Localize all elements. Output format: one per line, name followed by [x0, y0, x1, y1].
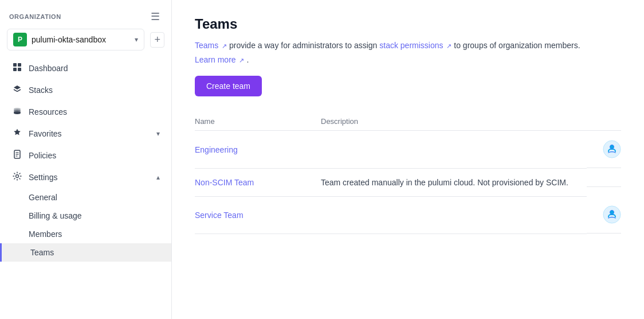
- team-name-cell: Non-SCIM Team: [195, 168, 321, 196]
- favorites-icon: [11, 128, 23, 139]
- sidebar-nav: Dashboard Stacks Resources Favorites ▾: [0, 57, 171, 319]
- col-header-name: Name: [195, 112, 321, 131]
- learn-more-external-icon: ↗: [239, 57, 244, 64]
- sidebar-item-stacks[interactable]: Stacks: [0, 79, 171, 101]
- sidebar-sub-item-billing-label: Billing & usage: [29, 211, 82, 220]
- settings-icon: [11, 172, 23, 183]
- svg-rect-0: [13, 63, 17, 67]
- table-row: Service Team: [195, 196, 621, 234]
- teams-table: Name Description Engineering Non-SCIM Te…: [195, 112, 621, 234]
- team-description-cell: Team created manually in the pulumi clou…: [321, 168, 587, 196]
- sidebar-item-dashboard[interactable]: Dashboard: [0, 57, 171, 79]
- resources-icon: [11, 106, 23, 118]
- table-row: Non-SCIM TeamTeam created manually in th…: [195, 168, 621, 196]
- svg-rect-1: [18, 63, 21, 67]
- sidebar-sub-item-general-label: General: [29, 193, 57, 202]
- team-name-link[interactable]: Service Team: [195, 211, 244, 220]
- page-title: Teams: [195, 16, 621, 32]
- scim-icon: [603, 205, 621, 224]
- learn-more-text: Learn more ↗ .: [195, 55, 621, 64]
- learn-more-link[interactable]: Learn more ↗: [195, 55, 246, 64]
- team-name-link[interactable]: Engineering: [195, 145, 238, 154]
- favorites-chevron-icon: ▾: [156, 130, 160, 138]
- team-description-cell: [321, 131, 587, 169]
- svg-point-8: [16, 175, 19, 178]
- org-selector-row: P pulumi-okta-sandbox ▾ +: [0, 29, 171, 57]
- table-row: Engineering: [195, 131, 621, 169]
- sidebar-sub-item-teams-label: Teams: [30, 248, 54, 257]
- org-dropdown-chevron-icon: ▾: [135, 36, 138, 44]
- team-description-cell: [321, 196, 587, 234]
- sidebar-item-stacks-label: Stacks: [29, 85, 53, 95]
- main-content: Teams Teams ↗ provide a way for administ…: [172, 0, 644, 319]
- sidebar-item-dashboard-label: Dashboard: [29, 64, 68, 73]
- stack-permissions-external-icon: ↗: [446, 41, 451, 52]
- sidebar-item-resources[interactable]: Resources: [0, 101, 171, 123]
- teams-link[interactable]: Teams ↗: [195, 41, 229, 50]
- org-selector[interactable]: P pulumi-okta-sandbox ▾: [7, 29, 144, 50]
- collapse-icon: ☰: [151, 11, 160, 22]
- sidebar: ORGANIZATION ☰ P pulumi-okta-sandbox ▾ +…: [0, 0, 172, 319]
- settings-chevron-icon: ▴: [156, 173, 160, 181]
- svg-point-12: [610, 211, 614, 214]
- col-header-description: Description: [321, 112, 587, 131]
- page-description: Teams ↗ provide a way for administrators…: [195, 39, 621, 52]
- sidebar-item-favorites-label: Favorites: [29, 129, 62, 138]
- scim-icon: [603, 140, 621, 158]
- sidebar-item-policies-label: Policies: [29, 151, 56, 160]
- sidebar-item-resources-label: Resources: [29, 107, 67, 116]
- sidebar-sub-item-teams[interactable]: Teams: [0, 243, 171, 262]
- team-scim-icon-cell: [587, 131, 621, 168]
- sidebar-sub-item-members-label: Members: [29, 229, 62, 239]
- col-header-icon: [587, 112, 621, 131]
- org-name: pulumi-okta-sandbox: [32, 35, 130, 44]
- stack-permissions-link[interactable]: stack permissions ↗: [379, 41, 454, 50]
- svg-point-10: [610, 145, 614, 149]
- team-name-cell: Service Team: [195, 196, 321, 234]
- team-scim-icon-cell: [587, 168, 621, 187]
- stacks-icon: [11, 84, 23, 96]
- svg-rect-2: [13, 68, 17, 71]
- policies-icon: [11, 150, 23, 161]
- sidebar-header: ORGANIZATION ☰: [0, 0, 171, 29]
- teams-link-external-icon: ↗: [222, 41, 227, 52]
- org-section-label: ORGANIZATION: [9, 13, 61, 20]
- create-team-button[interactable]: Create team: [195, 76, 262, 96]
- add-org-button[interactable]: +: [150, 32, 164, 48]
- sidebar-sub-item-general[interactable]: General: [0, 188, 171, 207]
- team-scim-icon-cell: [587, 196, 621, 234]
- sidebar-item-favorites[interactable]: Favorites ▾: [0, 123, 171, 145]
- sidebar-item-policies[interactable]: Policies: [0, 145, 171, 166]
- svg-rect-3: [18, 68, 21, 71]
- sidebar-item-settings-label: Settings: [29, 173, 58, 182]
- team-name-link[interactable]: Non-SCIM Team: [195, 178, 254, 187]
- sidebar-sub-item-members[interactable]: Members: [0, 225, 171, 243]
- team-name-cell: Engineering: [195, 131, 321, 169]
- sidebar-collapse-button[interactable]: ☰: [148, 9, 162, 24]
- org-avatar: P: [13, 33, 27, 46]
- sidebar-sub-item-billing[interactable]: Billing & usage: [0, 207, 171, 225]
- dashboard-icon: [11, 63, 23, 74]
- sidebar-item-settings[interactable]: Settings ▴: [0, 166, 171, 188]
